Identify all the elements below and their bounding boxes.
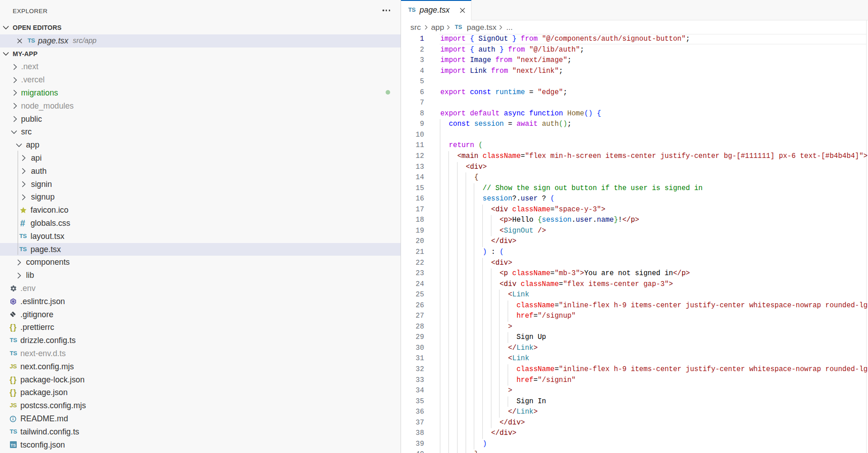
svg-text:TS: TS xyxy=(11,443,16,448)
